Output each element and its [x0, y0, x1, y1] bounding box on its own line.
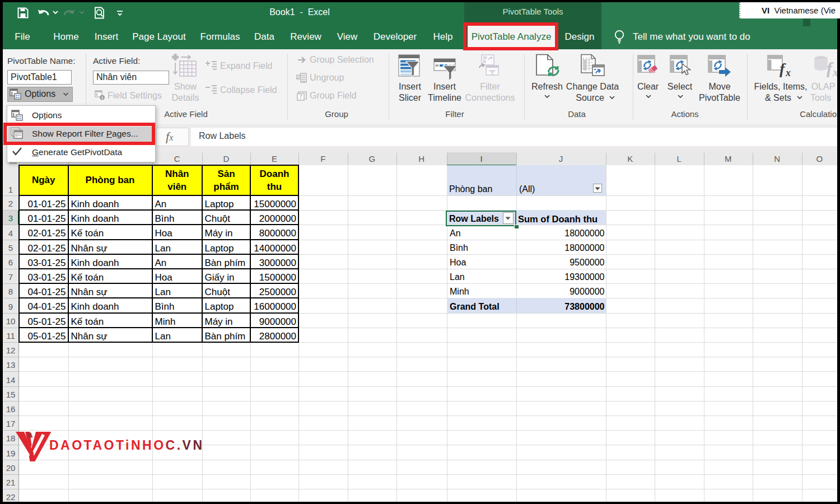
svg-text:x: x: [785, 67, 791, 78]
svg-text:i: i: [101, 95, 102, 100]
svg-text:7: 7: [299, 94, 302, 100]
